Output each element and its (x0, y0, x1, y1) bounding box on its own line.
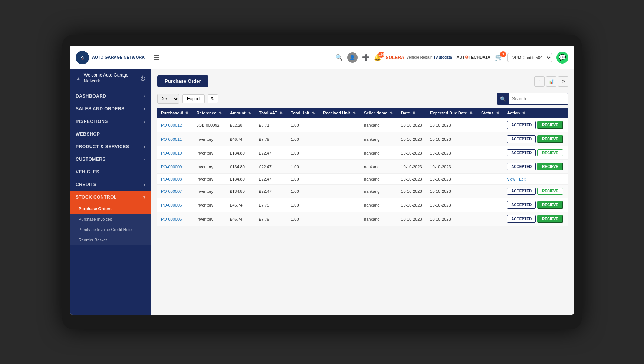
search-submit-button[interactable]: 🔍 (497, 93, 509, 105)
refresh-button[interactable]: ↻ (208, 94, 218, 103)
col-total-unit[interactable]: Total Unit ⇅ (287, 108, 319, 118)
accepted-button[interactable]: ACCEPTED (507, 215, 536, 223)
accepted-button[interactable]: ACCEPTED (507, 188, 536, 195)
action-cell: ACCEPTED RECIEVE (507, 149, 565, 156)
up-arrow-icon: ▲ (76, 75, 81, 81)
col-date[interactable]: Date ⇅ (397, 108, 426, 118)
sidebar-item-purchase-invoices[interactable]: Purchase Invoices (70, 214, 151, 224)
cell-status (477, 198, 503, 212)
svg-point-1 (82, 58, 83, 59)
cart-icon-button[interactable]: 🛒 3 (495, 53, 503, 62)
purchase-num-link[interactable]: PO-000009 (161, 165, 182, 169)
search-icon-button[interactable]: 🔍 (335, 54, 343, 61)
chart-icon-button[interactable]: 📊 (546, 76, 556, 87)
add-icon-button[interactable]: ➕ (362, 54, 369, 61)
purchase-num-link[interactable]: PO-000008 (161, 177, 182, 181)
search-input[interactable] (509, 93, 568, 105)
cell-reference: Inventory (193, 132, 226, 146)
sidebar-user-info: ▲ Welcome Auto Garage Network ⏻ (70, 69, 151, 90)
cell-status (477, 118, 503, 132)
accepted-button[interactable]: ACCEPTED (507, 149, 536, 156)
export-button[interactable]: Export (182, 94, 205, 103)
cell-amount: £46.74 (226, 132, 255, 146)
cell-date: 10-10-2023 (397, 132, 426, 146)
cell-expected-due: 10-10-2023 (426, 160, 477, 174)
receive-button[interactable]: RECIEVE (537, 135, 563, 143)
notification-icon-button[interactable]: 🔔 124 (374, 54, 381, 61)
col-seller-name[interactable]: Seller Name ⇅ (360, 108, 397, 118)
accepted-button[interactable]: ACCEPTED (507, 201, 536, 209)
sidebar-nav: DASHBOARD › SALES AND ORDERS › INSPECTIO… (70, 90, 151, 315)
sidebar-item-purchase-invoice-credit[interactable]: Purchase Invoice Credit Note (70, 224, 151, 235)
view-link[interactable]: View (507, 177, 515, 181)
cell-total-vat: £22.47 (255, 146, 287, 160)
sort-icon: ⇅ (390, 111, 393, 115)
purchase-num-link[interactable]: PO-000010 (161, 151, 182, 155)
col-received-unit[interactable]: Received Unit ⇅ (319, 108, 360, 118)
edit-link[interactable]: Edit (519, 177, 525, 181)
sort-icon: ⇅ (219, 111, 222, 115)
action-cell: ACCEPTED RECIEVE (507, 201, 565, 209)
top-nav: AUTO GARAGE NETWORK ☰ 🔍 👤 ➕ 🔔 124 SOLERA… (70, 46, 574, 69)
receive-button[interactable]: RECIEVE (537, 163, 563, 170)
sidebar-item-inspections[interactable]: INSPECTIONS › (70, 115, 151, 128)
cell-reference: Inventory (193, 160, 226, 174)
logo-text: AUTO GARAGE NETWORK (92, 55, 145, 60)
sidebar-item-credits[interactable]: CREDITS › (70, 178, 151, 191)
chevron-right-icon: › (144, 157, 145, 162)
hamburger-button[interactable]: ☰ (151, 52, 162, 63)
col-reference[interactable]: Reference ⇅ (193, 108, 226, 118)
power-icon[interactable]: ⏻ (140, 75, 145, 81)
sidebar-item-stock[interactable]: STOCK CONTROL ▾ (70, 191, 151, 204)
accepted-button[interactable]: ACCEPTED (507, 121, 536, 129)
receive-button[interactable]: RECIEVE (537, 188, 563, 195)
page-title-button[interactable]: Purchase Order (157, 75, 208, 87)
purchase-num-link[interactable]: PO-000007 (161, 189, 182, 194)
receive-button[interactable]: RECIEVE (537, 215, 563, 223)
cell-date: 10-10-2023 (397, 174, 426, 185)
receive-button[interactable]: RECIEVE (537, 149, 563, 156)
purchase-num-link[interactable]: PO-000005 (161, 217, 182, 221)
sidebar-item-sales[interactable]: SALES AND ORDERS › (70, 103, 151, 115)
cell-total-vat: £22.47 (255, 185, 287, 198)
sidebar-item-reorder-basket[interactable]: Reorder Basket (70, 235, 151, 245)
per-page-select[interactable]: 25 10 50 100 (157, 94, 179, 104)
cell-seller-name: nankang (360, 174, 397, 185)
cell-total-unit: 1.00 (287, 118, 319, 132)
sidebar-item-purchase-orders[interactable]: Purchase Orders (70, 204, 151, 214)
cell-expected-due: 10-10-2023 (426, 185, 477, 198)
vrm-credit-select[interactable]: VRM Credit: 504 (507, 53, 552, 62)
back-icon-button[interactable]: ‹ (534, 76, 545, 87)
cell-purchase-num: PO-000011 (157, 132, 193, 146)
action-cell: ACCEPTED RECIEVE (507, 188, 565, 195)
cell-date: 10-10-2023 (397, 160, 426, 174)
cart-badge: 3 (500, 51, 506, 57)
whatsapp-button[interactable]: 💬 (556, 52, 568, 64)
accepted-button[interactable]: ACCEPTED (507, 163, 536, 170)
cell-total-vat: £8.71 (255, 118, 287, 132)
purchase-num-link[interactable]: PO-000006 (161, 203, 182, 207)
receive-button[interactable]: RECIEVE (537, 201, 563, 209)
col-amount[interactable]: Amount ⇅ (226, 108, 255, 118)
col-action[interactable]: Action ⇅ (503, 108, 568, 118)
purchase-num-link[interactable]: PO-000012 (161, 123, 182, 127)
sidebar-item-products[interactable]: PRODUCT & SERVICES › (70, 140, 151, 153)
receive-button[interactable]: RECIEVE (537, 121, 563, 129)
sidebar-item-vehicles[interactable]: VEHICLES (70, 166, 151, 178)
sidebar-item-webshop[interactable]: WEBSHOP (70, 128, 151, 140)
cell-status (477, 132, 503, 146)
col-purchase-num[interactable]: Purchase # ⇅ (157, 108, 193, 118)
user-avatar[interactable]: 👤 (347, 52, 358, 63)
filter-icon-button[interactable]: ⚙ (558, 76, 568, 87)
col-expected-due[interactable]: Expected Due Date ⇅ (426, 108, 477, 118)
sidebar-item-customers[interactable]: CUSTOMERS › (70, 153, 151, 166)
cell-expected-due: 10-10-2023 (426, 146, 477, 160)
col-total-vat[interactable]: Total VAT ⇅ (255, 108, 287, 118)
autotech-logo: AUT⚙TECHDATA (457, 55, 490, 60)
purchase-num-link[interactable]: PO-000011 (161, 137, 182, 142)
cell-total-unit: 1.00 (287, 198, 319, 212)
sidebar-item-dashboard[interactable]: DASHBOARD › (70, 90, 151, 103)
col-status[interactable]: Status ⇅ (477, 108, 503, 118)
accepted-button[interactable]: ACCEPTED (507, 135, 536, 143)
cell-seller-name: nankang (360, 132, 397, 146)
